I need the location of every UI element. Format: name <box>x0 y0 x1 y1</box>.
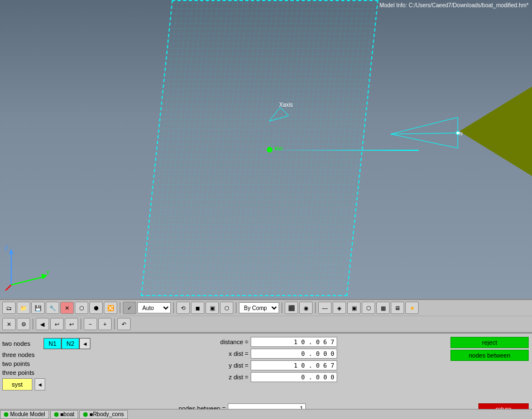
toolbar-btn-6[interactable]: ⬡ <box>75 302 88 314</box>
toolbar-btn-r2-undo[interactable]: ↶ <box>117 318 131 330</box>
toolbar-btn-10[interactable]: ◼ <box>191 302 204 314</box>
svg-line-8 <box>11 277 45 285</box>
toolbar-btn-r2-minus[interactable]: − <box>84 318 97 330</box>
sep-2 <box>173 302 174 313</box>
n2-button[interactable]: N2 <box>61 338 79 349</box>
model-info-text: Model Info: C:/Users/Caeed7/Downloads/bo… <box>380 2 529 8</box>
toolbar-btn-check[interactable]: ✓ <box>123 302 136 314</box>
status-module-label: Module Model <box>10 411 45 417</box>
n1n2-arrow-button[interactable]: ◄ <box>79 338 90 349</box>
svg-marker-0 <box>269 107 289 121</box>
toolbar-btn-cube[interactable]: ⬛ <box>285 302 298 314</box>
status-module: Module Model <box>0 410 49 419</box>
toolbar-btn-dash1[interactable]: — <box>318 302 332 314</box>
zdist-label: z dist = <box>212 374 248 380</box>
option-two-nodes: two nodes N1 N2 ◄ <box>2 338 97 349</box>
distance-field[interactable] <box>251 337 337 347</box>
svg-text:Y: Y <box>46 269 50 276</box>
svg-marker-6 <box>9 249 13 254</box>
distance-label: distance = <box>212 339 248 345</box>
right-buttons: reject nodes between <box>450 337 529 361</box>
toolbar-btn-r2-plus[interactable]: + <box>98 318 112 330</box>
toolbar-btn-13[interactable]: ◉ <box>299 302 313 314</box>
xaxis-triangle <box>269 107 291 124</box>
n1-n2-group: N1 N2 ◄ <box>44 338 90 349</box>
option-three-points: three points <box>2 369 97 376</box>
zdist-field[interactable] <box>251 372 337 382</box>
toolbar-btn-r2-3[interactable]: ◀ <box>36 318 49 330</box>
axis-indicator: Z Y <box>0 240 56 291</box>
toolbar-btn-8[interactable]: 🔀 <box>104 302 117 314</box>
xdist-label: x dist = <box>212 350 248 357</box>
svg-line-2 <box>391 133 458 134</box>
distance-row: distance = <box>212 337 413 347</box>
cyan-mesh <box>141 0 378 296</box>
status-boat-label: boat <box>64 411 74 417</box>
green-geometry <box>459 87 532 176</box>
two-nodes-label: two nodes <box>2 340 41 347</box>
sep-r2-1 <box>32 318 33 330</box>
option-three-nodes: three nodes <box>2 351 97 358</box>
toolbar-btn-12[interactable]: ⬡ <box>220 302 233 314</box>
sep-1 <box>119 302 121 313</box>
syst-arrow-button[interactable]: ◄ <box>35 378 46 391</box>
n1-button[interactable]: N1 <box>44 338 61 349</box>
toolbar-btn-7[interactable]: ⬢ <box>89 302 103 314</box>
auto-dropdown[interactable]: Auto <box>137 302 171 313</box>
sep-r2-2 <box>80 318 82 330</box>
toolbar-btn-9[interactable]: ⟲ <box>176 302 190 314</box>
zdist-row: z dist = <box>212 372 413 382</box>
syst-row: syst ◄ <box>2 378 97 391</box>
toolbar-btn-11[interactable]: ▣ <box>205 302 219 314</box>
toolbar-btn-16[interactable]: ▦ <box>376 302 390 314</box>
toolbar-btn-r2-2[interactable]: ⚙ <box>17 318 30 330</box>
sep-r2-3 <box>114 318 115 330</box>
status-component1: ■ boat <box>50 410 79 419</box>
xdist-field[interactable] <box>251 349 337 359</box>
status-green-dot-3 <box>83 412 88 417</box>
ydist-field[interactable] <box>251 360 337 370</box>
toolbar-btn-5[interactable]: ✕ <box>60 302 74 314</box>
toolbar-btn-3[interactable]: 💾 <box>31 302 45 314</box>
status-green-dot <box>4 412 8 417</box>
sep-3 <box>236 302 237 313</box>
3d-viewport[interactable]: Model Info: C:/Users/Caeed7/Downloads/bo… <box>0 0 532 299</box>
toolbar-btn-2[interactable]: 📁 <box>17 302 30 314</box>
toolbar-btn-4[interactable]: 🔧 <box>46 302 59 314</box>
svg-marker-1 <box>391 117 458 148</box>
toolbar-btn-1[interactable]: 🗂 <box>2 302 16 314</box>
toolbar-row-2: ✕ ⚙ ◀ ↩ ↩ − + ↶ <box>0 316 532 332</box>
cone-wireframe: N <box>391 117 463 151</box>
status-green-dot-2 <box>54 412 59 417</box>
ydist-label: y dist = <box>212 362 248 369</box>
toolbar-row-1: 🗂 📁 💾 🔧 ✕ ⬡ ⬢ 🔀 ✓ Auto ⟲ ◼ ▣ ⬡ By Comp ⬛… <box>0 300 532 316</box>
status-rbody-label: Rbody_cons <box>93 411 124 417</box>
sep-4 <box>281 302 282 313</box>
three-points-label: three points <box>2 369 41 376</box>
nodes-between-button[interactable]: nodes between <box>450 350 529 361</box>
svg-line-11 <box>3 285 11 291</box>
reject-button[interactable]: reject <box>450 337 529 348</box>
status-component2: ■ Rbody_cons <box>79 410 128 419</box>
option-two-points: two points <box>2 360 97 367</box>
sep-5 <box>315 302 316 313</box>
toolbar-btn-r2-5[interactable]: ↩ <box>65 318 78 330</box>
toolbar-btn-14[interactable]: ▣ <box>347 302 361 314</box>
svg-text:N: N <box>459 131 463 136</box>
xdist-row: x dist = <box>212 349 413 359</box>
toolbar-btn-15[interactable]: ⬡ <box>362 302 375 314</box>
syst-button[interactable]: syst <box>2 378 32 391</box>
toolbar-btn-r2-4[interactable]: ↩ <box>50 318 64 330</box>
distance-section: distance = x dist = y dist = z dist = <box>212 337 413 384</box>
three-nodes-label: three nodes <box>2 351 41 358</box>
options-column: two nodes N1 N2 ◄ three nodes two points… <box>2 338 97 393</box>
toolbar-btn-monitor[interactable]: 🖥 <box>391 302 404 314</box>
two-points-label: two points <box>2 360 41 367</box>
bycomp-dropdown[interactable]: By Comp <box>239 302 279 313</box>
toolbar-btn-r2-1[interactable]: ✕ <box>2 318 16 330</box>
status-bar: Module Model ■ boat ■ Rbody_cons <box>0 409 532 419</box>
toolbar-btn-star[interactable]: ★ <box>405 302 419 314</box>
toolbar-btn-dash2[interactable]: ◈ <box>333 302 346 314</box>
ydist-row: y dist = <box>212 360 413 370</box>
toolbar-area: 🗂 📁 💾 🔧 ✕ ⬡ ⬢ 🔀 ✓ Auto ⟲ ◼ ▣ ⬡ By Comp ⬛… <box>0 299 532 332</box>
